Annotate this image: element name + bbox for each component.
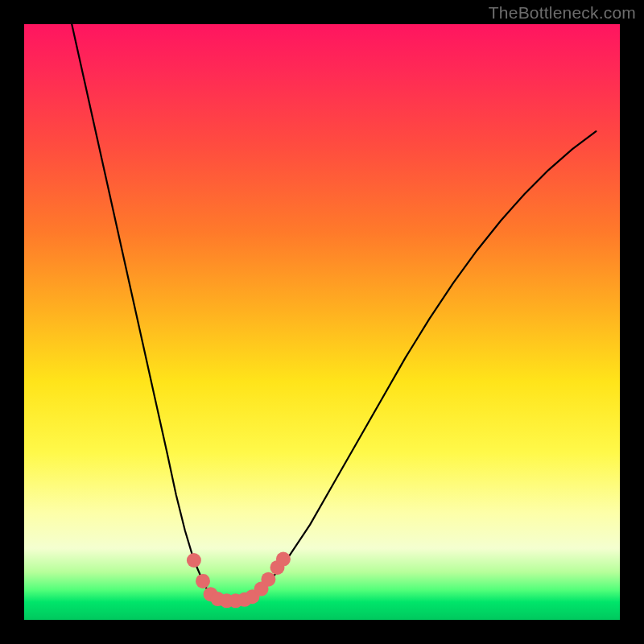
right-arm-path bbox=[250, 131, 596, 599]
plot-area bbox=[24, 24, 620, 620]
left-arm-path bbox=[72, 24, 215, 599]
marker-dot bbox=[261, 572, 275, 587]
marker-dot bbox=[187, 553, 201, 568]
watermark-text: TheBottleneck.com bbox=[489, 3, 636, 23]
curve-layer bbox=[24, 24, 620, 620]
chart-stage: TheBottleneck.com bbox=[0, 0, 644, 644]
marker-dot bbox=[276, 552, 291, 567]
marker-dots bbox=[187, 552, 291, 609]
series-lines bbox=[72, 24, 596, 601]
marker-dot bbox=[196, 574, 210, 588]
